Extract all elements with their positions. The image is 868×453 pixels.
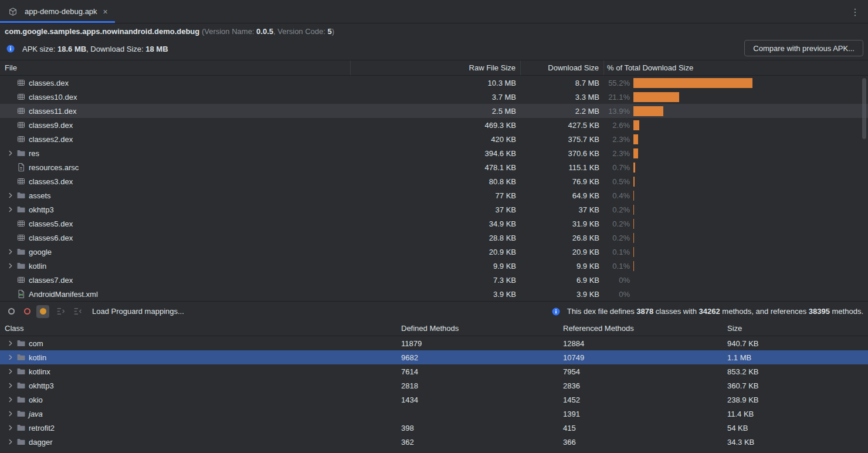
download-percent-value: 0.7% bbox=[604, 163, 630, 172]
editor-tab-bar: app-demo-debug.apk × ⋮ bbox=[0, 0, 868, 23]
download-size-value: 18 MB bbox=[145, 45, 168, 53]
size-value: 11.4 KB bbox=[727, 410, 868, 418]
class-table-row[interactable]: okio 1434 1452 238.9 KB bbox=[0, 393, 868, 407]
defined-methods-value: 7614 bbox=[401, 367, 563, 376]
raw-file-size-value: 3.7 MB bbox=[351, 93, 521, 102]
folder-icon bbox=[16, 367, 26, 376]
file-table-row[interactable]: classes10.dex 3.7 MB 3.3 MB 21.1% bbox=[0, 90, 868, 104]
chevron-right-icon[interactable] bbox=[6, 148, 15, 158]
chevron-right-icon[interactable] bbox=[6, 353, 15, 362]
class-table-row[interactable]: java 1391 11.4 KB bbox=[0, 407, 868, 421]
defined-methods-value: 2818 bbox=[401, 381, 563, 390]
size-value: 54 KB bbox=[727, 424, 868, 432]
file-table-row[interactable]: classes6.dex 28.8 KB 26.8 KB 0.2% bbox=[0, 231, 868, 245]
column-header-defined-methods[interactable]: Defined Methods bbox=[401, 324, 563, 333]
file-table-row[interactable]: assets 77 KB 64.9 KB 0.4% bbox=[0, 188, 868, 202]
apk-size-value: 18.6 MB bbox=[57, 45, 86, 53]
dex-icon bbox=[16, 78, 26, 87]
file-table-row[interactable]: classes.dex 10.3 MB 8.7 MB 55.2% bbox=[0, 76, 868, 90]
file-table-row[interactable]: classes3.dex 80.8 KB 76.9 KB 0.5% bbox=[0, 174, 868, 188]
download-percent-value: 0.2% bbox=[604, 205, 630, 214]
class-table-row[interactable]: com 11879 12884 940.7 KB bbox=[0, 336, 868, 350]
referenced-methods-value: 1391 bbox=[563, 410, 727, 418]
file-name: classes.dex bbox=[29, 79, 69, 87]
chevron-right-icon[interactable] bbox=[6, 381, 15, 390]
tab-apk[interactable]: app-demo-debug.apk × bbox=[0, 0, 115, 23]
chevron-right-icon[interactable] bbox=[6, 205, 15, 214]
column-header-size[interactable]: Size bbox=[727, 324, 868, 333]
column-header-referenced-methods[interactable]: Referenced Methods bbox=[563, 324, 727, 333]
close-icon[interactable]: × bbox=[103, 8, 108, 16]
file-table-row[interactable]: resources.arsc 478.1 KB 115.1 KB 0.7% bbox=[0, 160, 868, 174]
percent-bar bbox=[633, 205, 634, 215]
load-proguard-mappings-link[interactable]: Load Proguard mappings... bbox=[92, 307, 184, 316]
class-table-row[interactable]: okhttp3 2818 2836 360.7 KB bbox=[0, 378, 868, 393]
download-percent-value: 2.3% bbox=[604, 135, 630, 144]
class-table-row[interactable]: kotlin 9682 10749 1.1 MB bbox=[0, 350, 868, 364]
show-all-classes-toggle[interactable] bbox=[36, 305, 49, 318]
file-table-row[interactable]: AndroidManifest.xml 3.9 KB 3.9 KB 0% bbox=[0, 287, 868, 301]
show-fields-toggle[interactable] bbox=[5, 305, 18, 318]
raw-file-size-value: 37 KB bbox=[351, 205, 521, 214]
file-table-row[interactable]: classes9.dex 469.3 KB 427.5 KB 2.6% bbox=[0, 118, 868, 132]
file-table-body: classes.dex 10.3 MB 8.7 MB 55.2% classes… bbox=[0, 76, 868, 301]
percent-bar bbox=[633, 261, 634, 271]
apk-file-icon bbox=[8, 7, 18, 16]
percent-bar-track bbox=[633, 205, 849, 215]
percent-bar bbox=[633, 219, 634, 229]
file-table-row[interactable]: google 20.9 KB 20.9 KB 0.1% bbox=[0, 245, 868, 259]
file-table-row[interactable]: classes7.dex 7.3 KB 6.9 KB 0% bbox=[0, 273, 868, 287]
chevron-right-icon[interactable] bbox=[6, 409, 15, 418]
raw-file-size-value: 80.8 KB bbox=[351, 177, 521, 186]
file-table-row[interactable]: okhttp3 37 KB 37 KB 0.2% bbox=[0, 202, 868, 217]
column-header-download-size[interactable]: Download Size bbox=[521, 60, 604, 75]
file-table-row[interactable]: classes2.dex 420 KB 375.7 KB 2.3% bbox=[0, 132, 868, 146]
expand-all-icon[interactable] bbox=[55, 306, 66, 317]
download-percent-value: 2.3% bbox=[604, 149, 630, 158]
chevron-right-icon[interactable] bbox=[6, 247, 15, 256]
dex-viewer-toolbar: Load Proguard mappings... This dex file … bbox=[0, 301, 868, 321]
percent-bar bbox=[633, 120, 639, 130]
class-table-row[interactable]: retrofit2 398 415 54 KB bbox=[0, 421, 868, 435]
chevron-right-icon[interactable] bbox=[6, 191, 15, 200]
raw-file-size-value: 3.9 KB bbox=[351, 290, 521, 299]
vertical-scrollbar[interactable] bbox=[862, 78, 866, 139]
percent-bar-track bbox=[633, 233, 849, 243]
column-header-raw-file-size[interactable]: Raw File Size bbox=[351, 60, 521, 75]
class-name: okio bbox=[29, 395, 43, 404]
column-header-file[interactable]: File bbox=[0, 60, 351, 75]
file-name: kotlin bbox=[29, 262, 46, 271]
file-table-row[interactable]: res 394.6 KB 370.6 KB 2.3% bbox=[0, 146, 868, 160]
file-table-row[interactable]: classes5.dex 34.9 KB 31.9 KB 0.2% bbox=[0, 217, 868, 231]
class-name: kotlinx bbox=[29, 367, 50, 376]
download-percent-value: 21.1% bbox=[604, 93, 630, 102]
percent-bar-track bbox=[633, 177, 849, 187]
collapse-all-icon[interactable] bbox=[72, 306, 83, 317]
folder-icon bbox=[16, 205, 26, 214]
file-table-row[interactable]: classes11.dex 2.5 MB 2.2 MB 13.9% bbox=[0, 104, 868, 118]
download-percent-value: 0.1% bbox=[604, 248, 630, 256]
percent-bar bbox=[633, 148, 638, 158]
compare-with-previous-apk-button[interactable]: Compare with previous APK... bbox=[744, 40, 863, 56]
column-header-percent-of-total[interactable]: % of Total Download Size bbox=[604, 60, 868, 75]
version-code-label: , Version Code: bbox=[273, 27, 328, 36]
folder-icon bbox=[16, 381, 26, 390]
chevron-right-icon[interactable] bbox=[6, 261, 15, 271]
referenced-methods-value: 7954 bbox=[563, 367, 727, 376]
download-size-value: 31.9 KB bbox=[521, 219, 604, 228]
percent-bar-track bbox=[633, 289, 849, 299]
chevron-right-icon[interactable] bbox=[6, 437, 15, 447]
more-options-icon[interactable]: ⋮ bbox=[850, 6, 860, 17]
chevron-right-icon[interactable] bbox=[6, 423, 15, 432]
class-table-row[interactable]: kotlinx 7614 7954 853.2 KB bbox=[0, 364, 868, 378]
folder-icon bbox=[16, 339, 26, 348]
chevron-right-icon[interactable] bbox=[6, 395, 15, 404]
raw-file-size-value: 478.1 KB bbox=[351, 163, 521, 172]
chevron-right-icon[interactable] bbox=[6, 367, 15, 376]
show-methods-toggle[interactable] bbox=[21, 305, 33, 318]
size-value: 360.7 KB bbox=[727, 381, 868, 390]
chevron-right-icon[interactable] bbox=[6, 339, 15, 348]
class-table-row[interactable]: dagger 362 366 34.3 KB bbox=[0, 435, 868, 449]
column-header-class[interactable]: Class bbox=[0, 324, 401, 333]
file-table-row[interactable]: kotlin 9.9 KB 9.9 KB 0.1% bbox=[0, 259, 868, 273]
